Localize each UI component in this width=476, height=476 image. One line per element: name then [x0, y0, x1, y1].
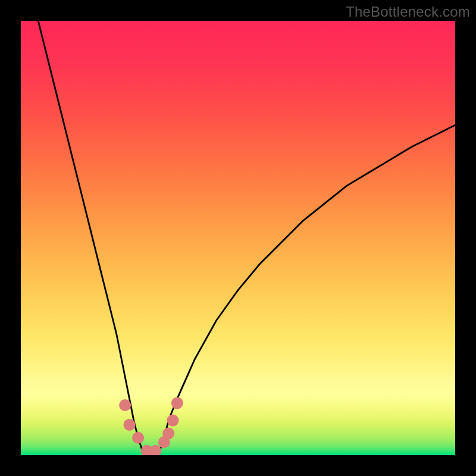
curve-svg: [21, 21, 455, 455]
plot-area: [21, 21, 455, 455]
bottleneck-curve-path: [38, 21, 455, 455]
bottom-markers-group: [119, 397, 183, 455]
marker-dot: [162, 428, 174, 440]
marker-dot: [141, 445, 153, 455]
marker-dot: [124, 419, 136, 431]
marker-dot: [167, 415, 179, 427]
marker-dot: [119, 399, 131, 411]
marker-dot: [158, 436, 170, 448]
marker-dot: [149, 445, 161, 455]
marker-dot: [171, 397, 183, 409]
watermark-text: TheBottleneck.com: [346, 4, 470, 20]
chart-frame: TheBottleneck.com: [0, 0, 476, 476]
marker-dot: [132, 432, 144, 444]
